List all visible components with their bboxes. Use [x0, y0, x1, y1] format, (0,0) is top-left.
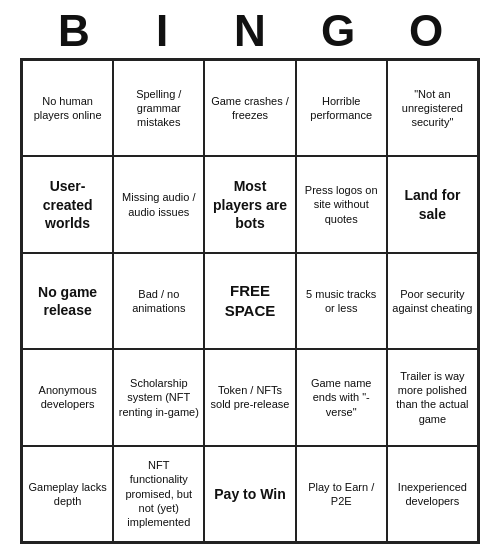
bingo-cell-r4c1[interactable]: NFT functionality promised, but not (yet… [113, 446, 204, 542]
bingo-cell-r0c0[interactable]: No human players online [22, 60, 113, 156]
bingo-title: BINGO [20, 0, 480, 58]
bingo-cell-r0c2[interactable]: Game crashes / freezes [204, 60, 295, 156]
bingo-cell-r0c4[interactable]: "Not an unregistered security" [387, 60, 478, 156]
bingo-cell-r3c1[interactable]: Scholarship system (NFT renting in-game) [113, 349, 204, 445]
title-letter-g: G [294, 6, 382, 56]
bingo-cell-r1c2[interactable]: Most players are bots [204, 156, 295, 252]
bingo-cell-r2c3[interactable]: 5 music tracks or less [296, 253, 387, 349]
bingo-cell-r0c1[interactable]: Spelling / grammar mistakes [113, 60, 204, 156]
title-letter-o: O [382, 6, 470, 56]
bingo-cell-r2c1[interactable]: Bad / no animations [113, 253, 204, 349]
bingo-cell-r1c4[interactable]: Land for sale [387, 156, 478, 252]
bingo-cell-r1c1[interactable]: Missing audio / audio issues [113, 156, 204, 252]
bingo-cell-r4c0[interactable]: Gameplay lacks depth [22, 446, 113, 542]
bingo-cell-r1c0[interactable]: User-created worlds [22, 156, 113, 252]
bingo-cell-r4c2[interactable]: Pay to Win [204, 446, 295, 542]
bingo-cell-r4c4[interactable]: Inexperienced developers [387, 446, 478, 542]
bingo-cell-r3c0[interactable]: Anonymous developers [22, 349, 113, 445]
bingo-cell-r2c4[interactable]: Poor security against cheating [387, 253, 478, 349]
title-letter-i: I [118, 6, 206, 56]
title-letter-n: N [206, 6, 294, 56]
bingo-cell-r4c3[interactable]: Play to Earn / P2E [296, 446, 387, 542]
bingo-cell-r2c0[interactable]: No game release [22, 253, 113, 349]
bingo-cell-r3c4[interactable]: Trailer is way more polished than the ac… [387, 349, 478, 445]
bingo-cell-r3c3[interactable]: Game name ends with "-verse" [296, 349, 387, 445]
bingo-cell-r3c2[interactable]: Token / NFTs sold pre-release [204, 349, 295, 445]
bingo-cell-r1c3[interactable]: Press logos on site without quotes [296, 156, 387, 252]
bingo-grid: No human players onlineSpelling / gramma… [20, 58, 480, 544]
bingo-cell-r2c2[interactable]: FREE SPACE [204, 253, 295, 349]
title-letter-b: B [30, 6, 118, 56]
bingo-cell-r0c3[interactable]: Horrible performance [296, 60, 387, 156]
